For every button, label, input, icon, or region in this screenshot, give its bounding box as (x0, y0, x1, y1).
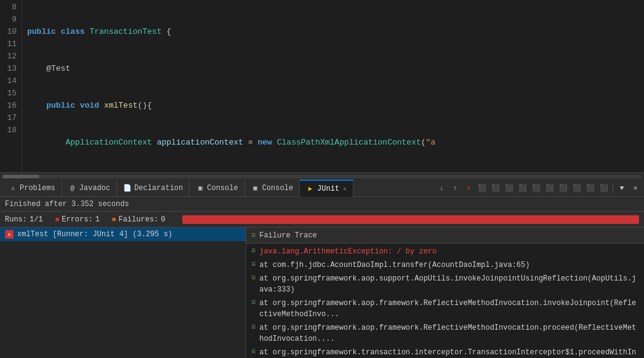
errors-label: Errors: (62, 215, 92, 224)
runs-stat: Runs: 1/1 (5, 215, 43, 224)
toolbar-btn-stop[interactable]: ✕ (462, 182, 475, 194)
scrollbar-thumb[interactable] (2, 175, 39, 178)
toolbar-btn-5[interactable]: ⬛ (530, 182, 542, 194)
toolbar-btn-rerun[interactable]: ⬛ (476, 182, 488, 194)
failure-trace-title: Failure Trace (259, 231, 317, 240)
line-number: 18 (5, 124, 17, 137)
runs-label: Runs: (5, 215, 27, 224)
problems-icon: ⚠ (9, 184, 17, 193)
trace-item-icon-2: ≡ (251, 274, 256, 282)
junit-main-content: ✕ xmlTest [Runner: JUnit 4] (3.295 s) ≡ … (0, 228, 644, 358)
toolbar-btn-10[interactable]: ⬛ (598, 182, 610, 194)
trace-item-icon-0: ≡ (251, 247, 256, 255)
runs-value: 1/1 (30, 215, 43, 224)
tab-problems[interactable]: ⚠ Problems (2, 180, 62, 197)
failures-value: 0 (161, 215, 165, 224)
test-error-icon: ✕ (5, 230, 14, 239)
trace-item-text-2: at org.springframework.aop.support.AopUt… (259, 273, 639, 295)
test-tree-panel: ✕ xmlTest [Runner: JUnit 4] (3.295 s) (0, 228, 246, 358)
console1-icon: ▣ (196, 184, 204, 193)
trace-item-2[interactable]: ≡ at org.springframework.aop.support.Aop… (246, 272, 644, 296)
toolbar-btn-down[interactable]: ↓ (435, 182, 448, 194)
line-number: 8 (5, 1, 17, 14)
tab-bar: ⚠ Problems @ Javadoc 📄 Declaration ▣ Con… (0, 180, 644, 197)
toolbar-btn-9[interactable]: ⬛ (584, 182, 597, 194)
tab-junit[interactable]: ▶ JUnit ✕ (300, 180, 353, 197)
toolbar-btn-2[interactable]: ⬛ (489, 182, 502, 194)
line-number: 10 (5, 26, 17, 38)
tab-problems-label: Problems (20, 184, 55, 193)
toolbar-btn-close-panel[interactable]: ✕ (629, 182, 642, 194)
trace-item-4[interactable]: ≡ at org.springframework.aop.framework.R… (246, 321, 644, 346)
trace-item-icon-5: ≡ (251, 348, 256, 356)
trace-item-icon-4: ≡ (251, 323, 256, 332)
code-line-9: @Test (27, 63, 639, 75)
javadoc-icon: @ (68, 184, 77, 193)
failure-icon: ■ (112, 216, 116, 223)
failures-stat: ■ Failures: 0 (112, 215, 166, 224)
tab-declaration-label: Declaration (134, 184, 183, 193)
toolbar-separator (613, 183, 613, 193)
horizontal-scrollbar[interactable] (0, 172, 644, 180)
error-icon: ■ (55, 216, 60, 223)
finished-text: Finished after 3.352 seconds (5, 200, 129, 209)
tab-declaration[interactable]: 📄 Declaration (117, 180, 190, 197)
trace-item-3[interactable]: ≡ at org.springframework.aop.framework.R… (246, 296, 644, 321)
test-item-label: xmlTest [Runner: JUnit 4] (3.295 s) (17, 230, 172, 239)
tab-javadoc-label: Javadoc (79, 184, 110, 193)
toolbar-btn-3[interactable]: ⬛ (503, 182, 515, 194)
failure-trace-header: ≡ Failure Trace (246, 228, 644, 244)
tab-console1-label: Console (207, 184, 238, 193)
errors-stat: ■ Errors: 1 (55, 215, 100, 224)
line-number: 14 (5, 75, 17, 87)
trace-item-1[interactable]: ≡ at com.fjh.jdbc.AcountDaoImpl.transfer… (246, 258, 644, 272)
code-lines: public class TransactionTest { @Test pub… (22, 0, 644, 172)
code-line-10: public void xmlTest(){ (27, 100, 639, 112)
declaration-icon: 📄 (123, 184, 132, 193)
console2-icon: ▣ (251, 184, 260, 193)
trace-item-text-4: at org.springframework.aop.framework.Ref… (259, 322, 639, 344)
trace-item-icon-3: ≡ (251, 298, 256, 307)
line-number: 12 (5, 50, 17, 63)
code-line-11: ApplicationContext applicationContext = … (27, 137, 639, 149)
line-numbers: 8 9 10 11 12 13 14 15 16 17 18 (0, 0, 22, 172)
code-editor: 8 9 10 11 12 13 14 15 16 17 18 public cl… (0, 0, 644, 172)
tab-toolbar: ↓ ↑ ✕ ⬛ ⬛ ⬛ ⬛ ⬛ ⬛ ⬛ ⬛ ⬛ ⬛ ▼ ✕ (435, 182, 642, 194)
tab-junit-close[interactable]: ✕ (343, 185, 347, 193)
test-progress-bar (182, 215, 639, 224)
trace-item-text-0: java.lang.ArithmeticException: / by zero (259, 246, 437, 257)
run-stats-bar: Runs: 1/1 ■ Errors: 1 ■ Failures: 0 (0, 212, 644, 228)
failure-trace-panel: ≡ Failure Trace ≡ java.lang.ArithmeticEx… (246, 228, 644, 358)
tab-console1[interactable]: ▣ Console (190, 180, 244, 197)
code-line-8: public class TransactionTest { (27, 26, 639, 38)
status-bar: Finished after 3.352 seconds (0, 197, 644, 212)
trace-item-5[interactable]: ≡ at org.springframework.transaction.int… (246, 346, 644, 358)
line-number: 13 (5, 63, 17, 75)
scrollbar-track[interactable] (2, 175, 642, 178)
failures-label: Failures: (118, 215, 158, 224)
trace-list: ≡ java.lang.ArithmeticException: / by ze… (246, 244, 644, 358)
tab-console2-label: Console (262, 184, 293, 193)
line-number: 16 (5, 100, 17, 112)
tab-console2[interactable]: ▣ Console (245, 180, 300, 197)
trace-item-text-3: at org.springframework.aop.framework.Ref… (259, 298, 639, 320)
tab-javadoc[interactable]: @ Javadoc (62, 180, 117, 197)
errors-value: 1 (95, 215, 100, 224)
tab-junit-label: JUnit (317, 185, 339, 193)
line-number: 11 (5, 38, 17, 50)
toolbar-btn-7[interactable]: ⬛ (557, 182, 570, 194)
toolbar-btn-up[interactable]: ↑ (449, 182, 461, 194)
line-number: 9 (5, 14, 17, 26)
trace-item-icon-1: ≡ (251, 260, 256, 269)
line-number: 17 (5, 112, 17, 124)
line-number: 15 (5, 87, 17, 100)
test-tree-item[interactable]: ✕ xmlTest [Runner: JUnit 4] (3.295 s) (0, 228, 246, 241)
trace-item-0[interactable]: ≡ java.lang.ArithmeticException: / by ze… (246, 245, 644, 258)
trace-item-text-5: at org.springframework.transaction.inter… (259, 347, 639, 358)
toolbar-btn-6[interactable]: ⬛ (544, 182, 556, 194)
trace-item-text-1: at com.fjh.jdbc.AcountDaoImpl.transfer(A… (259, 260, 529, 271)
toolbar-btn-8[interactable]: ⬛ (571, 182, 583, 194)
bottom-panel: ⚠ Problems @ Javadoc 📄 Declaration ▣ Con… (0, 180, 644, 358)
toolbar-btn-expand[interactable]: ▼ (616, 182, 628, 194)
toolbar-btn-4[interactable]: ⬛ (517, 182, 529, 194)
